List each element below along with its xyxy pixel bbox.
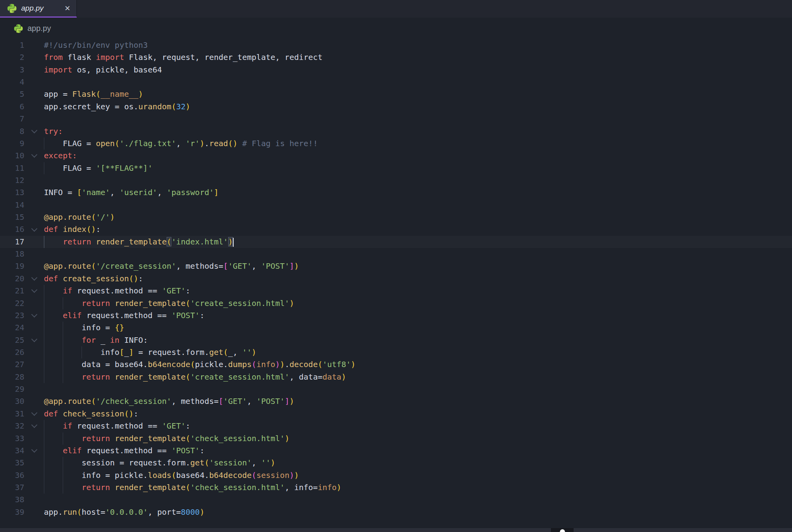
code-line: 38 [0, 494, 792, 506]
code-line-text: def index(): [44, 223, 792, 235]
line-number: 37 [0, 481, 24, 494]
code-line: 21 if request.method == 'GET': [0, 285, 792, 297]
code-area[interactable]: 1#!/usr/bin/env python32from flask impor… [0, 39, 792, 518]
code-line: 13INFO = ['name', 'userid', 'password'] [0, 186, 792, 199]
indent-guide [63, 371, 63, 383]
code-line-text: app = Flask(__name__) [44, 88, 792, 100]
code-line-text: elif request.method == 'POST': [44, 445, 792, 457]
indent-guide [44, 469, 44, 481]
code-line: 12 [0, 174, 792, 186]
chevron-down-icon[interactable] [31, 127, 37, 134]
code-line: 3import os, pickle, base64 [0, 64, 792, 76]
code-line-text: return render_template('check_session.ht… [44, 432, 792, 445]
code-line: 24 info = {} [0, 322, 792, 334]
code-line-text [44, 174, 792, 186]
code-line: 33 return render_template('check_session… [0, 432, 792, 445]
code-line: 39app.run(host='0.0.0.0', port=8000) [0, 506, 792, 518]
code-line-text: from flask import Flask, request, render… [44, 51, 792, 63]
tab-bar: app.py × [0, 0, 792, 18]
code-line: 2from flask import Flask, request, rende… [0, 51, 792, 63]
chevron-down-icon[interactable] [31, 422, 37, 428]
chevron-down-icon[interactable] [31, 410, 37, 416]
indent-guide [44, 322, 44, 334]
notification-indicator-icon[interactable] [551, 528, 574, 532]
line-number: 13 [0, 186, 24, 199]
line-number: 27 [0, 358, 24, 371]
indent-guide [82, 346, 82, 358]
chevron-down-icon[interactable] [31, 225, 37, 232]
close-icon[interactable]: × [65, 4, 70, 13]
line-number: 26 [0, 346, 24, 358]
indent-guide [63, 346, 63, 358]
code-line: 19@app.route('/create_session', methods=… [0, 260, 792, 272]
python-icon [7, 4, 16, 13]
code-line-text [44, 76, 792, 88]
indent-guide [44, 236, 44, 248]
code-line-text: session = request.form.get('session', ''… [44, 457, 792, 469]
code-line: 28 return render_template('create_sessio… [0, 371, 792, 383]
code-line-text [44, 113, 792, 125]
code-line-text: INFO = ['name', 'userid', 'password'] [44, 186, 792, 199]
code-line-text: import os, pickle, base64 [44, 64, 792, 76]
line-number: 24 [0, 322, 24, 334]
line-number: 30 [0, 395, 24, 407]
code-line-text: @app.route('/') [44, 211, 792, 223]
breadcrumb[interactable]: app.py [0, 18, 792, 39]
line-number: 17 [0, 236, 24, 248]
indent-guide [44, 309, 44, 322]
code-line-text: return render_template('create_session.h… [44, 297, 792, 309]
line-number: 34 [0, 445, 24, 457]
code-line-text [44, 494, 792, 506]
tab-app-py[interactable]: app.py × [0, 0, 77, 18]
code-line: 31def check_session(): [0, 408, 792, 420]
code-line: 36 info = pickle.loads(base64.b64decode(… [0, 469, 792, 481]
text-cursor [233, 238, 234, 247]
tab-label: app.py [21, 4, 65, 13]
line-number: 29 [0, 383, 24, 395]
line-number: 16 [0, 223, 24, 235]
code-line-text: FLAG = '[**FLAG**]' [44, 162, 792, 174]
chevron-down-icon[interactable] [31, 275, 37, 281]
indent-guide [44, 346, 44, 358]
line-number: 33 [0, 432, 24, 445]
line-number: 8 [0, 125, 24, 138]
code-line: 17 return render_template('index.html') [0, 236, 792, 248]
indent-guide [63, 334, 63, 346]
code-line: 18 [0, 248, 792, 260]
code-line: 5app = Flask(__name__) [0, 88, 792, 100]
code-line-text: if request.method == 'GET': [44, 285, 792, 297]
code-line-text: #!/usr/bin/env python3 [44, 39, 792, 51]
code-line-text: if request.method == 'GET': [44, 420, 792, 432]
code-line: 27 data = base64.b64encode(pickle.dumps(… [0, 358, 792, 371]
code-line-text [44, 199, 792, 211]
code-line-text: FLAG = open('./flag.txt', 'r').read() # … [44, 138, 792, 150]
code-line-text: @app.route('/create_session', methods=['… [44, 260, 792, 272]
line-number: 20 [0, 273, 24, 285]
code-line: 4 [0, 76, 792, 88]
chevron-down-icon[interactable] [31, 287, 37, 293]
code-line-text: for _ in INFO: [44, 334, 792, 346]
code-line-text: return render_template('check_session.ht… [44, 481, 792, 494]
chevron-down-icon[interactable] [31, 447, 37, 453]
line-number: 12 [0, 174, 24, 186]
code-line-text: info = pickle.loads(base64.b64decode(ses… [44, 469, 792, 481]
code-line: 25 for _ in INFO: [0, 334, 792, 346]
chevron-down-icon[interactable] [31, 311, 37, 318]
code-line: 26 info[_] = request.form.get(_, '') [0, 346, 792, 358]
chevron-down-icon[interactable] [31, 152, 37, 158]
line-number: 19 [0, 260, 24, 272]
line-number: 36 [0, 469, 24, 481]
line-number: 18 [0, 248, 24, 260]
line-number: 32 [0, 420, 24, 432]
line-number: 28 [0, 371, 24, 383]
line-number: 23 [0, 309, 24, 322]
code-line-text: data = base64.b64encode(pickle.dumps(inf… [44, 358, 792, 371]
line-number: 3 [0, 64, 24, 76]
line-number: 38 [0, 494, 24, 506]
code-line: 9 FLAG = open('./flag.txt', 'r').read() … [0, 138, 792, 150]
chevron-down-icon[interactable] [31, 336, 37, 342]
line-number: 31 [0, 408, 24, 420]
code-line-text: return render_template('index.html') [44, 236, 792, 248]
line-number: 1 [0, 39, 24, 51]
indent-guide [44, 358, 44, 371]
